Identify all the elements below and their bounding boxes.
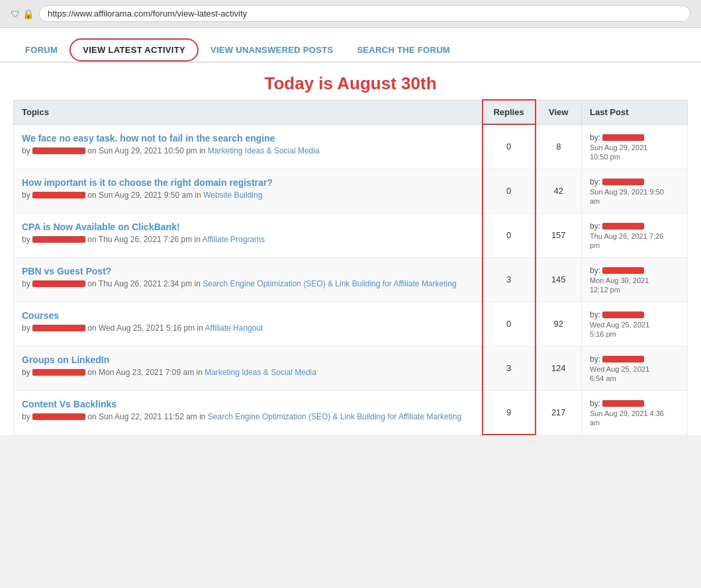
category-link[interactable]: Affiliate Programs xyxy=(203,235,265,244)
col-header-lastpost: Last Post xyxy=(582,100,688,124)
topic-title-link[interactable]: Content Vs Backlinks xyxy=(22,399,117,409)
lastpost-time: 12:12 pm xyxy=(590,286,679,294)
replies-cell: 0 xyxy=(483,169,536,213)
lastpost-cell: by: ████████Wed Aug 25, 20216:54 am xyxy=(582,346,688,390)
url-prefix: https://www.affilorama.com xyxy=(48,9,150,19)
lastpost-author-redacted: ████████ xyxy=(602,267,643,274)
topic-title-link[interactable]: Groups on LinkedIn xyxy=(22,355,109,365)
announcement-banner: Today is August 30th xyxy=(13,63,688,99)
lock-icon: 🔒 xyxy=(23,9,34,19)
table-row: CPA is Now Available on ClickBank!by ███… xyxy=(14,213,688,257)
author-redacted: ████████ xyxy=(32,147,85,154)
table-row: How important is it to choose the right … xyxy=(14,169,688,213)
lastpost-date: Sun Aug 29, 2021 xyxy=(590,144,679,151)
author-redacted: ████████ xyxy=(32,280,85,287)
lastpost-date: Mon Aug 30, 2021 xyxy=(590,276,679,284)
url-suffix: /forum/view-latest-activity xyxy=(150,9,247,19)
topic-meta: by ████████ on Mon Aug 23, 2021 7:09 am … xyxy=(22,367,474,378)
shield-icon: 🛡 xyxy=(11,9,20,19)
col-header-view: View xyxy=(536,100,582,124)
category-link[interactable]: Website Building xyxy=(203,190,262,200)
category-link[interactable]: Marketing Ideas & Social Media xyxy=(208,146,320,155)
col-header-replies: Replies xyxy=(483,100,536,124)
lastpost-author-redacted: ████████ xyxy=(602,134,643,141)
category-link[interactable]: Affiliate Hangout xyxy=(205,323,263,333)
browser-security-icons: 🛡 🔒 xyxy=(11,9,34,19)
topic-title-link[interactable]: How important is it to choose the right … xyxy=(22,177,273,188)
views-cell: 217 xyxy=(536,390,582,435)
lastpost-cell: by: ████████Sun Aug 29, 2021 4:36am xyxy=(582,390,688,435)
topic-meta: by ████████ on Thu Aug 26, 2021 7:26 pm … xyxy=(22,234,474,245)
topic-cell: How important is it to choose the right … xyxy=(14,169,483,213)
browser-bar: 🛡 🔒 https://www.affilorama.com/forum/vie… xyxy=(0,0,701,28)
tab-forum[interactable]: FORUM xyxy=(13,38,70,62)
category-link[interactable]: Marketing Ideas & Social Media xyxy=(205,368,316,377)
address-bar[interactable]: https://www.affilorama.com/forum/view-la… xyxy=(39,5,690,22)
replies-cell: 3 xyxy=(483,346,536,390)
views-cell: 42 xyxy=(536,169,582,213)
lastpost-time: 6:54 am xyxy=(590,374,679,382)
topic-cell: We face no easy task. how not to fail in… xyxy=(14,124,483,169)
topic-cell: CPA is Now Available on ClickBank!by ███… xyxy=(14,213,483,257)
topic-meta: by ████████ on Sun Aug 29, 2021 10:50 pm… xyxy=(22,146,474,157)
lastpost-date: Thu Aug 26, 2021 7:26 xyxy=(590,232,679,240)
topic-meta: by ████████ on Sun Aug 29, 2021 9:50 am … xyxy=(22,190,474,201)
author-redacted: ████████ xyxy=(32,413,85,420)
replies-cell: 9 xyxy=(483,390,536,435)
topic-title-link[interactable]: Courses xyxy=(22,310,59,321)
topic-meta: by ████████ on Thu Aug 26, 2021 2:34 pm … xyxy=(22,278,474,290)
lastpost-date: Sun Aug 29, 2021 4:36 xyxy=(590,409,679,417)
lastpost-cell: by: ████████Thu Aug 26, 2021 7:26pm xyxy=(582,213,688,257)
lastpost-time: am xyxy=(590,197,679,205)
views-cell: 92 xyxy=(536,302,582,346)
topic-title-link[interactable]: PBN vs Guest Post? xyxy=(22,266,111,276)
topic-cell: Coursesby ████████ on Wed Aug 25, 2021 5… xyxy=(14,302,483,346)
lastpost-cell: by: ████████Wed Aug 25, 20215:16 pm xyxy=(582,302,688,346)
table-row: Groups on LinkedInby ████████ on Mon Aug… xyxy=(14,346,688,390)
author-redacted: ████████ xyxy=(32,192,85,198)
topic-meta: by ████████ on Sun Aug 22, 2021 11:52 am… xyxy=(22,411,474,423)
forum-table: Topics Replies View Last Post We face no… xyxy=(13,99,688,435)
category-link[interactable]: Search Engine Optimization (SEO) & Link … xyxy=(208,412,461,421)
main-content: Today is August 30th Topics Replies View… xyxy=(0,63,701,435)
lastpost-time: am xyxy=(590,419,679,427)
lastpost-author-redacted: ████████ xyxy=(602,179,643,185)
views-cell: 8 xyxy=(536,124,582,169)
table-row: Coursesby ████████ on Wed Aug 25, 2021 5… xyxy=(14,302,688,346)
author-redacted: ████████ xyxy=(32,236,85,243)
table-row: We face no easy task. how not to fail in… xyxy=(14,124,688,169)
lastpost-time: 5:16 pm xyxy=(590,330,679,338)
lastpost-author-redacted: ████████ xyxy=(602,312,643,318)
page-wrapper: FORUM VIEW LATEST ACTIVITY VIEW UNANSWER… xyxy=(0,28,701,435)
lastpost-date: Sun Aug 29, 2021 9:50 xyxy=(590,188,679,196)
lastpost-author-redacted: ████████ xyxy=(602,223,643,230)
replies-cell: 0 xyxy=(483,124,536,169)
tab-view-unanswered-posts[interactable]: VIEW UNANSWERED POSTS xyxy=(199,38,345,62)
topic-meta: by ████████ on Wed Aug 25, 2021 5:16 pm … xyxy=(22,323,474,334)
nav-tabs: FORUM VIEW LATEST ACTIVITY VIEW UNANSWER… xyxy=(0,28,701,63)
table-row: PBN vs Guest Post?by ████████ on Thu Aug… xyxy=(14,257,688,302)
category-link[interactable]: Search Engine Optimization (SEO) & Link … xyxy=(203,279,456,288)
lastpost-date: Wed Aug 25, 2021 xyxy=(590,365,679,373)
replies-cell: 0 xyxy=(483,302,536,346)
author-redacted: ████████ xyxy=(32,369,85,376)
lastpost-cell: by: ████████Mon Aug 30, 202112:12 pm xyxy=(582,257,688,302)
lastpost-author-redacted: ████████ xyxy=(602,356,643,362)
lastpost-cell: by: ████████Sun Aug 29, 2021 9:50am xyxy=(582,169,688,213)
lastpost-date: Wed Aug 25, 2021 xyxy=(590,321,679,329)
lastpost-time: pm xyxy=(590,241,679,249)
tab-view-latest-activity[interactable]: VIEW LATEST ACTIVITY xyxy=(70,38,199,62)
replies-cell: 0 xyxy=(483,213,536,257)
topic-cell: Groups on LinkedInby ████████ on Mon Aug… xyxy=(14,346,483,390)
tab-search-the-forum[interactable]: SEARCH THE FORUM xyxy=(345,38,462,62)
topic-cell: Content Vs Backlinksby ████████ on Sun A… xyxy=(14,390,483,435)
lastpost-cell: by: ████████Sun Aug 29, 202110:50 pm xyxy=(582,124,688,169)
table-row: Content Vs Backlinksby ████████ on Sun A… xyxy=(14,390,688,435)
lastpost-time: 10:50 pm xyxy=(590,153,679,161)
topic-title-link[interactable]: CPA is Now Available on ClickBank! xyxy=(22,222,180,232)
topic-cell: PBN vs Guest Post?by ████████ on Thu Aug… xyxy=(14,257,483,302)
views-cell: 157 xyxy=(536,213,582,257)
topic-title-link[interactable]: We face no easy task. how not to fail in… xyxy=(22,133,275,144)
replies-cell: 3 xyxy=(483,257,536,302)
views-cell: 124 xyxy=(536,346,582,390)
